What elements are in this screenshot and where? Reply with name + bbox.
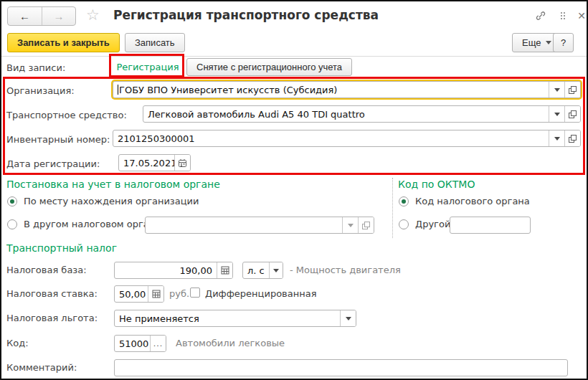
back-button[interactable]: ← [8,7,42,25]
inventory-open-button[interactable] [564,130,580,146]
dropdown-arrow-icon [273,269,279,272]
chain-link-icon [535,10,546,22]
radio-other-authority-label: В другом налоговом органе: [24,219,164,229]
inventory-number-field[interactable]: 2101250300001 [113,130,581,147]
ellipsis-icon: ... [153,339,163,348]
tax-rate-unit: руб. [169,288,189,299]
section-separator [392,178,393,238]
organization-field[interactable]: ГОБУ ВПО Университет искусств (Субсидия) [113,81,581,98]
other-authority-dropdown-button[interactable] [342,217,358,233]
tax-base-label: Налоговая база: [6,265,87,275]
inventory-number-label: Инвентарный номер: [6,134,110,145]
oktmo-section-header: Код по ОКТМО [398,179,475,190]
calendar-icon [178,158,187,168]
code-choose-button[interactable]: ... [150,336,166,351]
code-label: Код: [6,338,29,348]
comment-label: Комментарий: [6,362,77,373]
open-form-icon [569,110,577,118]
nav-history-group: ← → [7,6,76,26]
unit-dropdown-button[interactable] [269,262,283,278]
differentiated-checkbox-label: Дифференцированная [205,288,317,299]
code-field[interactable]: 51000 ... [114,335,166,352]
radio-tax-authority-code[interactable]: Код налогового органа [399,196,530,206]
code-value: 51000 [115,338,150,349]
dropdown-arrow-icon [348,224,354,227]
open-form-icon [569,135,577,143]
get-link-icon[interactable] [532,8,549,24]
close-window-button[interactable]: ✕ [573,8,588,24]
calculator-icon [221,266,229,275]
tab-registration[interactable]: Регистрация [114,58,181,76]
open-form-icon [569,86,577,94]
vehicle-registration-form: ← → ☆ Регистрация транспортного средства… [0,0,588,380]
registration-date-field[interactable]: 17.05.2021 [118,154,191,171]
differentiated-checkbox[interactable] [190,288,200,298]
radio-unselected-icon [399,219,409,229]
tax-benefit-label: Налоговая льгота: [6,313,98,323]
open-form-icon [362,222,370,229]
organization-dropdown-button[interactable] [549,82,564,98]
close-icon: ✕ [577,10,586,22]
save-button[interactable]: Записать [125,33,185,52]
oktmo-other-field[interactable] [450,217,531,234]
vehicle-label: Транспортное средство: [6,110,127,120]
dropdown-arrow-icon [554,113,560,116]
radio-selected-icon [399,196,409,206]
radio-selected-icon [7,196,17,206]
code-hint: Автомобили легковые [176,338,285,348]
tax-rate-value: 50,00 [115,289,148,300]
chevron-down-icon [546,41,551,44]
more-menu-icon[interactable] [554,8,572,24]
tax-base-unit-value: л. с [243,265,269,276]
tax-benefit-dropdown-button[interactable] [340,310,356,326]
tax-rate-field[interactable]: 50,00 [114,285,164,303]
radio-oktmo-other[interactable]: Другой: [399,219,454,229]
tax-benefit-value: Не применяется [115,313,340,324]
help-button[interactable]: ? [553,33,574,52]
more-actions-label: Еще [522,37,541,48]
forward-arrow-icon: → [54,10,65,22]
radio-unselected-icon [7,219,17,229]
comment-field[interactable] [114,359,568,376]
tax-authority-section-header: Постановка на учет в налоговом органе [6,179,220,190]
tax-benefit-select[interactable]: Не применяется [114,310,356,327]
other-tax-authority-field[interactable] [145,217,374,234]
inventory-number-value: 2101250300001 [113,133,549,144]
vehicle-field[interactable]: Легковой автомобиль Audi A5 40 TDI quatt… [143,105,581,123]
tax-base-field[interactable]: 190,00 [114,262,233,279]
vertical-dots-icon [561,12,565,19]
text-caret [118,85,118,95]
tax-rate-label: Налоговая ставка: [6,288,98,299]
vehicle-value: Легковой автомобиль Audi A5 40 TDI quatt… [143,109,549,120]
favorite-star-icon[interactable]: ☆ [86,6,100,24]
tax-rate-calculator-button[interactable] [148,286,163,302]
radio-by-organization-location[interactable]: По месту нахождения организации [7,196,199,206]
organization-label: Организация: [6,85,75,96]
dropdown-arrow-icon [346,317,351,320]
transport-tax-section-header: Транспортный налог [6,242,117,254]
inventory-dropdown-button[interactable] [549,130,564,146]
calendar-button[interactable] [174,155,190,171]
record-kind-label: Вид записи: [6,62,65,73]
radio-oktmo-other-label: Другой: [415,219,454,229]
toolbar-separator [1,56,588,57]
forward-button[interactable]: → [42,7,75,25]
other-authority-open-button[interactable] [358,217,374,233]
dropdown-arrow-icon [554,137,560,141]
radio-other-tax-authority[interactable]: В другом налоговом органе: [7,219,164,229]
calculator-icon [152,290,161,298]
tax-base-calculator-button[interactable] [217,262,232,278]
tab-deregistration[interactable]: Снятие с регистрационного учета [186,58,352,76]
radio-authority-code-label: Код налогового органа [415,196,530,206]
registration-date-label: Дата регистрации: [6,158,100,169]
organization-open-button[interactable] [564,82,580,98]
radio-by-location-label: По месту нахождения организации [24,196,199,206]
save-and-close-button[interactable]: Записать и закрыть [7,33,120,52]
dropdown-arrow-icon [554,88,560,92]
tax-base-value: 190,00 [115,265,217,276]
vehicle-dropdown-button[interactable] [549,106,564,122]
vehicle-open-button[interactable] [564,106,580,122]
tax-base-unit-select[interactable]: л. с [242,262,283,279]
back-arrow-icon: ← [19,10,30,22]
organization-value: ГОБУ ВПО Университет искусств (Субсидия) [113,85,549,95]
